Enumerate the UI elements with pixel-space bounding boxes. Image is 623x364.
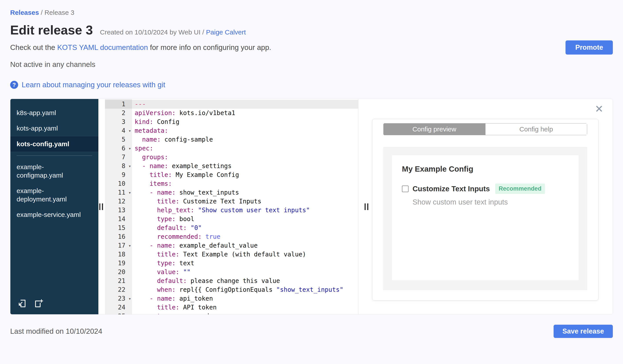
info-row: Check out the KOTS YAML documentation fo… (10, 40, 613, 55)
fold-arrow-icon[interactable]: ▾ (129, 162, 131, 170)
code-line: default: please change this value (132, 277, 358, 285)
promote-button[interactable]: Promote (565, 40, 613, 55)
config-option-row: Customize Text Inputs Recommended (402, 183, 569, 194)
page-title: Edit release 3 (10, 22, 93, 37)
code-line: when: repl{{ ConfigOptionEquals "show_te… (132, 285, 358, 294)
line-number: 22 (105, 285, 132, 294)
breadcrumb-releases-link[interactable]: Releases (10, 9, 39, 16)
created-text: Created on 10/10/2024 by Web UI / (100, 28, 206, 36)
file-sidebar: k8s-app.yamlkots-app.yamlkots-config.yam… (10, 99, 98, 314)
docs-prefix: Check out the (10, 43, 57, 51)
code-line: type: text (132, 259, 358, 268)
code-line: - name: example_settings (132, 162, 358, 170)
fold-arrow-icon[interactable]: ▾ (129, 241, 131, 250)
breadcrumb: Releases / Release 3 (10, 9, 613, 16)
kots-yaml-docs-link[interactable]: KOTS YAML documentation (57, 43, 148, 51)
line-number: 23▾ (105, 294, 132, 303)
preview-tabs: Config previewConfig help (383, 123, 587, 135)
footer: Last modified on 10/10/2024 Save release (10, 325, 613, 338)
code-line: - name: show_text_inputs (132, 188, 358, 197)
line-number-gutter: 1234▾56▾78▾91011▾121314151617▾1819202122… (105, 99, 132, 314)
line-number: 16 (105, 232, 132, 241)
code-line: default: "0" (132, 223, 358, 232)
preview-render-area: My Example Config Customize Text Inputs … (383, 147, 587, 290)
line-number: 21 (105, 277, 132, 285)
file-list-divider (17, 156, 92, 156)
code-line: name: config-sample (132, 135, 358, 144)
line-number: 1 (105, 100, 132, 109)
line-number: 6▾ (105, 144, 132, 153)
config-option-help: Show custom user text inputs (413, 198, 569, 206)
code-line: title: API token (132, 303, 358, 312)
docs-suffix: for more info on configuring your app. (148, 43, 271, 51)
code-content: ---apiVersion: kots.io/v1beta1kind: Conf… (132, 99, 358, 314)
new-file-icon[interactable] (33, 298, 44, 309)
help-circle-icon: ? (10, 81, 18, 89)
fold-arrow-icon[interactable]: ▾ (129, 188, 131, 197)
code-line: recommended: true (132, 232, 358, 241)
code-line: --- (132, 100, 358, 109)
code-line: value: "" (132, 268, 358, 277)
docs-text: Check out the KOTS YAML documentation fo… (10, 43, 271, 52)
save-release-button[interactable]: Save release (554, 325, 613, 338)
code-line: title: My Example Config (132, 170, 358, 179)
fold-arrow-icon[interactable]: ▾ (129, 294, 131, 303)
tab-config-preview[interactable]: Config preview (383, 123, 486, 135)
config-preview-card: Config previewConfig help My Example Con… (372, 119, 599, 301)
code-line: title: Customize Text Inputs (132, 197, 358, 206)
sidebar-file-kots-config.yaml[interactable]: kots-config.yaml (10, 136, 98, 152)
page: Releases / Release 3 Edit release 3 Crea… (0, 0, 623, 364)
sidebar-file-example-service.yaml[interactable]: example-service.yaml (10, 207, 98, 222)
line-number: 17▾ (105, 241, 132, 250)
channel-status: Not active in any channels (10, 60, 613, 69)
sidebar-file-example-configmap.yaml[interactable]: example-configmap.yaml (10, 159, 98, 183)
code-line: items: (132, 179, 358, 188)
code-line: - name: example_default_value (132, 241, 358, 250)
fold-arrow-icon[interactable]: ▾ (129, 126, 131, 135)
title-row: Edit release 3 Created on 10/10/2024 by … (10, 22, 613, 37)
fold-arrow-icon[interactable]: ▾ (129, 144, 131, 153)
line-number: 2 (105, 109, 132, 118)
recommended-badge: Recommended (495, 183, 545, 194)
release-editor: k8s-app.yamlkots-app.yamlkots-config.yam… (10, 99, 613, 315)
preview-config-form: My Example Config Customize Text Inputs … (392, 155, 578, 280)
line-number: 14 (105, 215, 132, 223)
sidebar-file-kots-app.yaml[interactable]: kots-app.yaml (10, 121, 98, 136)
line-number: 10 (105, 179, 132, 188)
sidebar-resize-handle[interactable] (99, 203, 103, 210)
editor-main: 1234▾56▾78▾91011▾121314151617▾1819202122… (98, 99, 613, 314)
file-list: k8s-app.yamlkots-app.yamlkots-config.yam… (10, 105, 98, 222)
author-link[interactable]: Paige Calvert (206, 28, 246, 36)
tab-config-help[interactable]: Config help (486, 123, 587, 135)
code-line: - name: api_token (132, 294, 358, 303)
line-number: 7 (105, 153, 132, 162)
code-line: title: Text Example (with default value) (132, 250, 358, 259)
code-line: apiVersion: kots.io/v1beta1 (132, 109, 358, 118)
line-number: 25 (105, 312, 132, 314)
code-line: type: bool (132, 215, 358, 223)
line-number: 8▾ (105, 162, 132, 170)
line-number: 18 (105, 250, 132, 259)
upload-file-icon[interactable] (17, 298, 27, 309)
config-group-title: My Example Config (402, 164, 569, 173)
line-number: 15 (105, 223, 132, 232)
created-info: Created on 10/10/2024 by Web UI / Paige … (100, 28, 246, 36)
last-modified-text: Last modified on 10/10/2024 (10, 327, 102, 336)
config-preview-pane: ✕ Config previewConfig help My Example C… (372, 99, 613, 314)
sidebar-file-k8s-app.yaml[interactable]: k8s-app.yaml (10, 105, 98, 121)
line-number: 5 (105, 135, 132, 144)
git-help-label: Learn about managing your releases with … (22, 81, 165, 89)
close-icon[interactable]: ✕ (595, 104, 603, 114)
code-line: kind: Config (132, 118, 358, 126)
preview-resize-handle[interactable] (365, 203, 368, 210)
config-checkbox[interactable] (402, 185, 409, 192)
yaml-code-editor[interactable]: 1234▾56▾78▾91011▾121314151617▾1819202122… (105, 99, 358, 314)
git-help-link[interactable]: ? Learn about managing your releases wit… (10, 81, 165, 89)
sidebar-file-example-deployment.yaml[interactable]: example-deployment.yaml (10, 183, 98, 207)
code-line: help_text: "Show custom user text inputs… (132, 206, 358, 215)
line-number: 20 (105, 268, 132, 277)
line-number: 19 (105, 259, 132, 268)
breadcrumb-separator: / (39, 9, 44, 16)
code-line: spec: (132, 144, 358, 153)
config-option-label: Customize Text Inputs (413, 185, 490, 193)
